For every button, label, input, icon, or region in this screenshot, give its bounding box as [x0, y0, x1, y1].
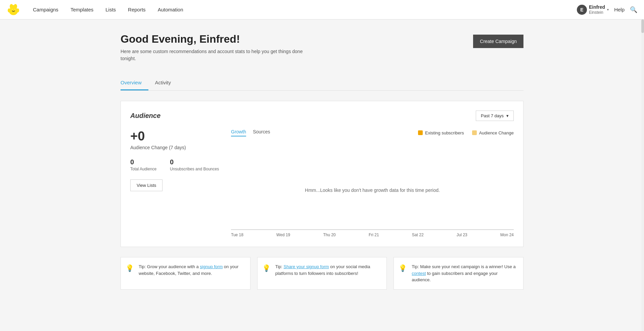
search-icon[interactable]: 🔍 [630, 6, 637, 13]
audience-title: Audience [130, 112, 160, 120]
audience-stats: 0 Total Audience 0 Unsubscribes and Boun… [130, 158, 221, 171]
chart-area: Hmm...Looks like you don't have growth d… [231, 143, 514, 237]
x-label-5: Jul 23 [457, 233, 467, 237]
x-label-1: Wed 19 [276, 233, 290, 237]
audience-right: Growth Sources Existing subscribers Audi… [231, 129, 514, 237]
chart-tab-sources[interactable]: Sources [253, 129, 270, 136]
x-label-3: Fri 21 [369, 233, 379, 237]
tab-activity[interactable]: Activity [155, 76, 178, 90]
legend-existing: Existing subscribers [418, 130, 464, 135]
x-label-6: Mon 24 [500, 233, 514, 237]
audience-change-value: +0 [130, 129, 221, 143]
svg-point-8 [14, 4, 17, 9]
total-audience-label: Total Audience [130, 167, 156, 171]
svg-point-10 [15, 9, 15, 9]
tip-icon-1: 💡 [262, 264, 271, 272]
page-header: Good Evening, Einfred! Here are some cus… [121, 33, 523, 62]
total-audience-value: 0 [130, 158, 156, 166]
nav-campaigns[interactable]: Campaigns [27, 0, 64, 19]
legend-existing-dot [418, 130, 423, 135]
user-subtitle: Einstein [589, 10, 605, 15]
tab-overview[interactable]: Overview [121, 76, 148, 90]
tip-icon-2: 💡 [399, 264, 407, 272]
tips-section: 💡 Tip: Grow your audience with a signup … [121, 257, 523, 290]
tip-icon-0: 💡 [126, 264, 134, 272]
tip-card-0: 💡 Tip: Grow your audience with a signup … [121, 257, 250, 290]
legend-change-label: Audience Change [479, 130, 514, 135]
navbar: Campaigns Templates Lists Reports Automa… [0, 0, 644, 19]
tip-link-0[interactable]: signup form [200, 264, 223, 269]
navbar-right: E Einfred Einstein ▾ Help 🔍 [577, 4, 637, 15]
unsubscribes-stat: 0 Unsubscribes and Bounces [170, 158, 219, 171]
scrollbar[interactable] [641, 0, 644, 303]
legend-audience-change: Audience Change [472, 130, 514, 135]
tip-text-2: Tip: Make sure your next campaign is a w… [412, 263, 517, 283]
legend-change-dot [472, 130, 477, 135]
user-dropdown[interactable]: E Einfred Einstein ▾ [577, 4, 609, 15]
help-link[interactable]: Help [614, 7, 625, 12]
tip-text-1: Tip: Share your signup form on your soci… [275, 263, 381, 277]
greeting-subtitle: Here are some custom recommendations and… [121, 48, 303, 62]
scrollbar-thumb[interactable] [641, 19, 644, 33]
legend-existing-label: Existing subscribers [425, 130, 464, 135]
chart-x-axis: Tue 18 Wed 19 Thu 20 Fri 21 Sat 22 Jul 2… [231, 230, 514, 237]
main-tabs: Overview Activity [121, 76, 523, 91]
period-label: Past 7 days [481, 113, 504, 118]
svg-point-4 [8, 8, 10, 12]
chart-tabs: Growth Sources Existing subscribers Audi… [231, 129, 514, 136]
x-label-4: Sat 22 [412, 233, 424, 237]
view-lists-button[interactable]: View Lists [130, 179, 163, 191]
nav-reports[interactable]: Reports [122, 0, 152, 19]
x-label-0: Tue 18 [231, 233, 243, 237]
create-campaign-button[interactable]: Create Campaign [473, 35, 523, 48]
audience-change-label: Audience Change (7 days) [130, 145, 221, 150]
greeting-block: Good Evening, Einfred! Here are some cus… [121, 33, 303, 62]
x-label-2: Thu 20 [323, 233, 335, 237]
svg-point-5 [16, 8, 19, 12]
user-info: Einfred Einstein [589, 4, 605, 15]
audience-header: Audience Past 7 days ▾ [130, 111, 514, 121]
tip-text-0: Tip: Grow your audience with a signup fo… [139, 263, 244, 277]
chart-tab-growth[interactable]: Growth [231, 129, 246, 136]
tip-link-2[interactable]: contest [412, 271, 426, 276]
audience-section: Audience Past 7 days ▾ +0 Audience Chang… [121, 101, 523, 247]
total-audience-stat: 0 Total Audience [130, 158, 156, 171]
main-content: Good Evening, Einfred! Here are some cus… [110, 19, 534, 303]
unsubscribes-value: 0 [170, 158, 219, 166]
unsubscribes-label: Unsubscribes and Bounces [170, 167, 219, 171]
nav-templates[interactable]: Templates [64, 0, 99, 19]
chart-legend: Existing subscribers Audience Change [418, 130, 514, 135]
user-name: Einfred [589, 4, 605, 10]
svg-point-7 [10, 4, 13, 9]
nav-automation[interactable]: Automation [152, 0, 189, 19]
tip-card-2: 💡 Tip: Make sure your next campaign is a… [394, 257, 523, 290]
avatar: E [577, 5, 587, 15]
tip-link-1[interactable]: Share your signup form [283, 264, 329, 269]
tip-card-1: 💡 Tip: Share your signup form on your so… [257, 257, 387, 290]
nav-lists[interactable]: Lists [99, 0, 122, 19]
svg-point-9 [12, 9, 13, 9]
period-dropdown[interactable]: Past 7 days ▾ [476, 111, 514, 121]
period-chevron-icon: ▾ [506, 113, 509, 118]
audience-body: +0 Audience Change (7 days) 0 Total Audi… [130, 129, 514, 237]
mailchimp-logo[interactable] [7, 3, 20, 16]
greeting-title: Good Evening, Einfred! [121, 33, 303, 45]
audience-left: +0 Audience Change (7 days) 0 Total Audi… [130, 129, 231, 237]
chart-no-data-message: Hmm...Looks like you don't have growth d… [305, 188, 440, 193]
chevron-down-icon: ▾ [607, 8, 609, 11]
navbar-links: Campaigns Templates Lists Reports Automa… [27, 0, 577, 19]
